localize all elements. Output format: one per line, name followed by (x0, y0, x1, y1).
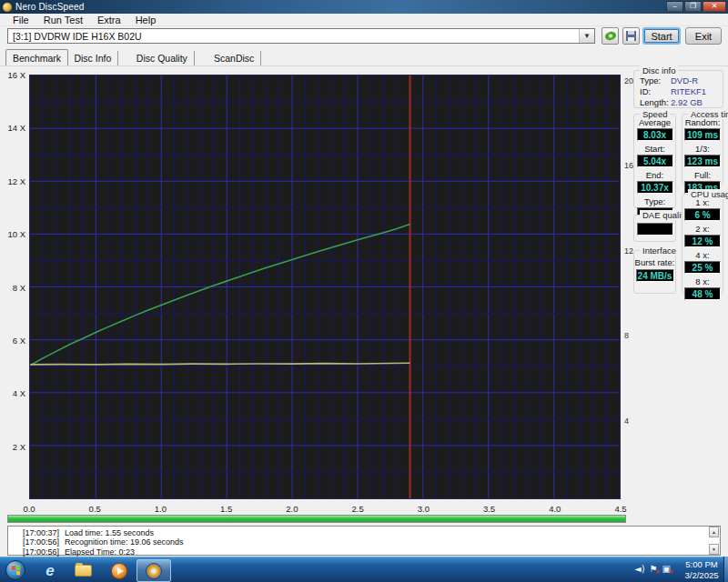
scroll-down-icon[interactable]: ▼ (709, 544, 719, 555)
speed-label: End: (634, 170, 675, 180)
benchmark-page: Disc info Type:DVD-RID:RITEKF1Length:2.9… (0, 65, 728, 557)
tab-scandisc[interactable]: ScanDisc (207, 51, 261, 65)
dae-quality-display (637, 223, 673, 236)
internet-explorer-icon: e (46, 562, 54, 580)
x-axis-tick: 2.0 (286, 504, 298, 514)
log-timestamp: [17:00:56] (23, 547, 65, 557)
x-axis-tick: 1.5 (220, 504, 232, 514)
access-times-title: Access times (688, 109, 728, 119)
nero-discspeed-icon (146, 563, 162, 579)
chevron-down-icon[interactable]: ▼ (579, 29, 594, 43)
burst-rate-label: Burst rate: (634, 257, 675, 267)
speed-display: 8.03x (637, 128, 673, 141)
eject-disc-button[interactable] (602, 27, 619, 45)
x-axis-tick: 0.5 (89, 504, 101, 514)
minimize-button[interactable]: – (666, 1, 683, 12)
action-center-flag-icon[interactable]: ⚑ (650, 564, 658, 574)
left-axis-tick: 4 X (0, 388, 25, 398)
title-bar: Nero DiscSpeed (0, 0, 728, 14)
burst-rate-display: 24 MB/s (636, 269, 674, 282)
save-icon (626, 31, 636, 41)
x-axis-tick: 1.0 (155, 504, 167, 514)
show-desktop-button[interactable] (723, 557, 728, 582)
disc-info-row: Type:DVD-R (640, 75, 723, 85)
drive-selector-value: [3:1] DVDRW IDE H16X B02U (8, 31, 579, 42)
menu-bar: FileRun TestExtraHelp (0, 14, 728, 26)
cpu-usage-title: CPU usage (688, 189, 728, 199)
access-times-group: Access times Random:109 ms1/3:123 msFull… (682, 114, 723, 185)
left-axis-tick: 12 X (0, 176, 25, 186)
right-axis-tick: 8 (624, 331, 629, 340)
tab-disc-info[interactable]: Disc Info (67, 51, 118, 65)
menu-item-run-test[interactable]: Run Test (36, 15, 90, 25)
cpu-usage-label: 4 x: (682, 250, 723, 260)
window-title: Nero DiscSpeed (15, 2, 85, 12)
cpu-usage-display: 25 % (684, 261, 721, 274)
x-axis-tick: 0.0 (23, 504, 35, 514)
exit-button[interactable]: Exit (685, 27, 722, 45)
speed-title: Speed (640, 109, 670, 119)
speed-item: Average8.03x (634, 117, 675, 141)
drive-selector-combobox[interactable]: [3:1] DVDRW IDE H16X B02U ▼ (7, 28, 595, 44)
cpu-usage-group: CPU usage 1 x:6 %2 x:12 %4 x:25 %8 x:48 … (682, 194, 723, 294)
disc-info-value: 2.92 GB (671, 97, 703, 107)
speed-group: Speed Average8.03xStart:5.04xEnd:10.37xT… (633, 114, 676, 208)
cpu-usage-display: 6 % (684, 208, 721, 221)
taskbar-item-media-player[interactable] (109, 561, 129, 580)
clock-time: 5:00 PM (681, 559, 723, 570)
start-button[interactable]: Start (642, 27, 681, 45)
menu-item-file[interactable]: File (5, 15, 36, 25)
cpu-usage-display: 48 % (684, 287, 721, 300)
start-button-orb[interactable] (5, 560, 25, 580)
window-controls: – ❐ ✕ (666, 1, 726, 12)
right-axis-tick: 12 (624, 246, 633, 256)
x-axis-tick: 3.0 (418, 504, 430, 514)
left-axis-tick: 14 X (0, 123, 25, 133)
explorer-folder-icon (75, 565, 92, 577)
benchmark-chart (29, 75, 621, 499)
menu-item-help[interactable]: Help (128, 15, 164, 25)
log-row: [17:00:37]Load time: 1.55 seconds (23, 528, 720, 537)
taskbar-item-internet-explorer[interactable]: e (40, 561, 60, 580)
app-disc-icon (3, 3, 12, 12)
windows-flag-icon (12, 566, 21, 576)
tab-disc-quality[interactable]: Disc Quality (130, 51, 195, 65)
speed-item: End:10.37x (634, 170, 675, 194)
disc-info-title: Disc info (640, 65, 678, 75)
disc-info-row: Length:2.92 GB (640, 97, 723, 107)
disc-info-value: DVD-R (671, 75, 698, 85)
log-row: [17:00:56]Elapsed Time: 0:23 (23, 547, 720, 557)
cpu-usage-item: 4 x:25 % (682, 250, 723, 274)
progress-fill (8, 516, 625, 522)
menu-item-extra[interactable]: Extra (90, 15, 128, 25)
left-axis-tick: 8 X (0, 283, 25, 293)
toolbar: [3:1] DVDRW IDE H16X B02U ▼ Start Exit (0, 26, 728, 47)
disc-info-label: Type: (640, 75, 671, 85)
x-axis-tick: 4.5 (614, 504, 626, 514)
taskbar-item-explorer[interactable] (73, 561, 93, 580)
close-button[interactable]: ✕ (703, 1, 726, 12)
right-axis-tick: 20 (624, 76, 633, 85)
read-speed-curve (30, 225, 410, 366)
taskbar-clock[interactable]: 5:00 PM 3/2/2025 (681, 559, 723, 581)
log-message: Load time: 1.55 seconds (65, 528, 154, 537)
log-timestamp: [17:00:37] (23, 528, 65, 537)
log-scrollbar[interactable]: ▲ ▼ (709, 527, 719, 555)
taskbar-item-nero-discspeed-active[interactable] (136, 559, 171, 582)
left-axis-tick: 6 X (0, 336, 25, 346)
cpu-usage-item: 2 x:12 % (682, 224, 723, 247)
cpu-usage-item: 1 x:6 % (682, 197, 723, 221)
network-icon[interactable]: ▣ (662, 564, 671, 574)
tab-benchmark[interactable]: Benchmark (5, 49, 68, 65)
cpu-usage-display: 12 % (684, 235, 721, 247)
scroll-up-icon[interactable]: ▲ (709, 527, 719, 537)
save-results-button[interactable] (622, 27, 640, 45)
cpu-usage-item: 8 x:48 % (682, 276, 723, 300)
x-axis-tick: 4.0 (549, 504, 561, 514)
access-time-item: Random:109 ms (682, 117, 723, 141)
volume-icon[interactable]: ◄) (634, 564, 645, 574)
disc-info-label: Length: (640, 97, 671, 107)
interface-group: Interface Burst rate: 24 MB/s (633, 250, 676, 294)
right-axis-tick: 16 (624, 161, 633, 170)
maximize-button[interactable]: ❐ (684, 1, 702, 12)
